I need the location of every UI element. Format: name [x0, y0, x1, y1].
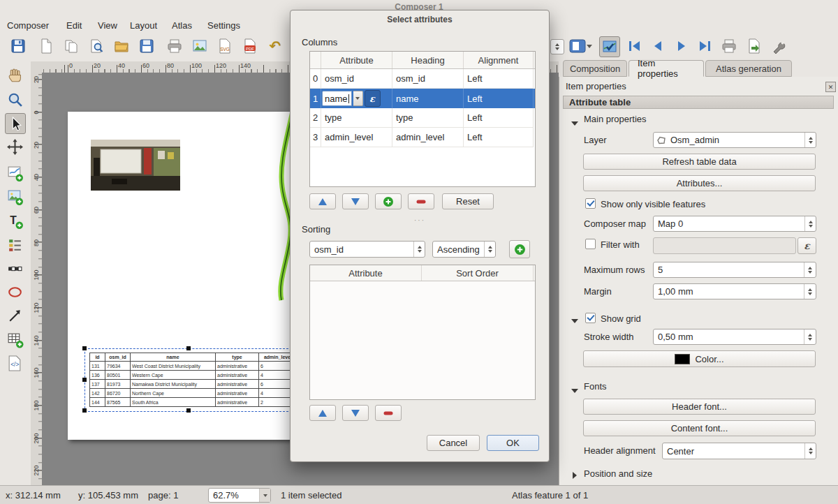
atlas-page-combo[interactable]: [568, 36, 594, 56]
grid-color-button[interactable]: Color...: [583, 350, 816, 367]
menu-atlas[interactable]: Atlas: [172, 19, 192, 33]
new-composition-button[interactable]: [36, 36, 56, 56]
filter-expression-builder-button[interactable]: ε: [797, 237, 816, 254]
heading-cell[interactable]: osm_id: [392, 69, 464, 89]
column-header-index[interactable]: [310, 52, 321, 68]
tab-atlas-generation[interactable]: Atlas generation: [705, 60, 792, 77]
position-size-expander[interactable]: [573, 470, 577, 481]
reset-button[interactable]: Reset: [442, 193, 494, 209]
sorting-table[interactable]: Attribute Sort Order: [309, 265, 536, 400]
header-font-button[interactable]: Header font...: [583, 399, 816, 415]
print-button[interactable]: [165, 36, 184, 56]
selection-handle[interactable]: [82, 346, 87, 350]
header-alignment-combo[interactable]: Center: [662, 443, 816, 459]
alignment-cell[interactable]: Left: [464, 108, 534, 128]
add-scalebar-tool-button[interactable]: [5, 258, 24, 278]
add-label-tool-button[interactable]: T: [5, 211, 24, 230]
splitter-handle[interactable]: ···: [291, 216, 549, 224]
remove-column-button[interactable]: [408, 193, 434, 209]
sorting-order-combo[interactable]: Ascending: [432, 241, 496, 258]
attribute-combo-arrow[interactable]: [353, 91, 363, 106]
manage-composers-button[interactable]: [87, 36, 106, 56]
show-visible-features-checkbox[interactable]: [585, 198, 596, 209]
menu-edit[interactable]: Edit: [66, 19, 82, 33]
add-html-frame-tool-button[interactable]: </>: [5, 353, 24, 373]
columns-row-0[interactable]: 0 osm_id osm_id Left: [310, 69, 535, 89]
expression-builder-button[interactable]: ε: [365, 90, 381, 107]
attribute-edit-input[interactable]: name: [322, 91, 352, 106]
margin-spinner[interactable]: 1,00 mm: [653, 283, 816, 299]
zoom-level-combo[interactable]: 62.7%: [208, 488, 271, 503]
open-template-button[interactable]: [112, 36, 131, 56]
selection-handle[interactable]: [186, 346, 191, 350]
alignment-cell[interactable]: Left: [464, 128, 534, 147]
move-sorting-up-button[interactable]: [309, 405, 336, 421]
atlas-settings-button[interactable]: [770, 36, 789, 56]
columns-row-2[interactable]: 2 type type Left: [310, 108, 535, 128]
column-header-alignment[interactable]: Alignment: [464, 52, 534, 68]
show-grid-expander[interactable]: [571, 315, 578, 325]
sorting-header-attribute[interactable]: Attribute: [310, 265, 422, 281]
selection-handle[interactable]: [186, 408, 191, 413]
save-template-button[interactable]: [137, 36, 156, 56]
refresh-table-data-button[interactable]: Refresh table data: [583, 154, 816, 170]
stroke-width-spinner[interactable]: 0,50 mm: [653, 329, 816, 345]
selection-handle[interactable]: [82, 378, 87, 382]
cancel-button[interactable]: Cancel: [427, 435, 480, 451]
add-map-tool-button[interactable]: [5, 163, 24, 183]
move-column-down-button[interactable]: [342, 193, 369, 209]
zoom-tool-button[interactable]: [5, 89, 24, 109]
attribute-cell-editing[interactable]: name ε: [321, 89, 392, 108]
layer-combo[interactable]: Osm_admin: [653, 132, 816, 148]
heading-cell[interactable]: type: [392, 108, 464, 128]
picture-item[interactable]: [91, 140, 180, 191]
add-sorting-button[interactable]: [509, 240, 530, 258]
menu-composer[interactable]: Composer: [7, 19, 49, 33]
ok-button[interactable]: OK: [487, 435, 539, 451]
columns-row-3[interactable]: 3 admin_level admin_level Left: [310, 128, 535, 147]
add-legend-tool-button[interactable]: [5, 235, 24, 254]
main-properties-expander[interactable]: [571, 117, 578, 128]
select-move-item-tool-button[interactable]: [5, 113, 26, 134]
export-image-button[interactable]: [190, 36, 210, 56]
composer-map-combo[interactable]: Map 0: [653, 216, 816, 232]
column-header-heading[interactable]: Heading: [392, 52, 464, 68]
add-image-tool-button[interactable]: [5, 187, 24, 207]
add-column-button[interactable]: [375, 193, 402, 209]
move-item-content-tool-button[interactable]: [5, 137, 24, 156]
panel-close-button[interactable]: ✕: [825, 82, 836, 92]
alignment-cell[interactable]: Left: [464, 69, 534, 89]
fonts-expander[interactable]: [571, 385, 578, 395]
remove-sorting-button[interactable]: [375, 405, 402, 421]
filter-with-checkbox[interactable]: [585, 239, 596, 249]
atlas-last-feature-button[interactable]: [696, 36, 715, 56]
add-attribute-table-tool-button[interactable]: [5, 329, 24, 349]
toolbar-mini-combo[interactable]: [550, 39, 564, 54]
heading-cell[interactable]: admin_level: [392, 128, 464, 147]
columns-row-1-selected[interactable]: 1 name ε name Left: [310, 89, 535, 108]
move-column-up-button[interactable]: [309, 193, 336, 209]
atlas-next-feature-button[interactable]: [672, 36, 691, 56]
content-font-button[interactable]: Content font...: [583, 420, 816, 436]
attribute-cell[interactable]: admin_level: [321, 128, 392, 147]
attribute-table-item[interactable]: id osm_id name type admin_level 131 7963…: [89, 353, 297, 407]
pan-tool-button[interactable]: [5, 66, 24, 85]
alignment-cell[interactable]: Left: [464, 89, 534, 108]
atlas-first-feature-button[interactable]: [624, 36, 644, 56]
atlas-preview-toggle[interactable]: [599, 36, 620, 57]
export-atlas-button[interactable]: [744, 36, 764, 56]
duplicate-composition-button[interactable]: [61, 36, 81, 56]
undo-button[interactable]: ↶: [265, 36, 285, 56]
attribute-cell[interactable]: osm_id: [321, 69, 392, 89]
atlas-previous-feature-button[interactable]: [648, 36, 668, 56]
export-svg-button[interactable]: SVG: [215, 36, 235, 56]
selection-handle[interactable]: [82, 408, 87, 413]
move-sorting-down-button[interactable]: [342, 405, 369, 421]
column-header-attribute[interactable]: Attribute: [321, 52, 392, 68]
add-arrow-tool-button[interactable]: [5, 306, 24, 325]
menu-layout[interactable]: Layout: [130, 19, 157, 33]
save-project-button[interactable]: [8, 36, 28, 56]
add-shape-tool-button[interactable]: [5, 282, 24, 302]
menu-view[interactable]: View: [98, 19, 117, 33]
attributes-button[interactable]: Attributes...: [583, 175, 816, 191]
